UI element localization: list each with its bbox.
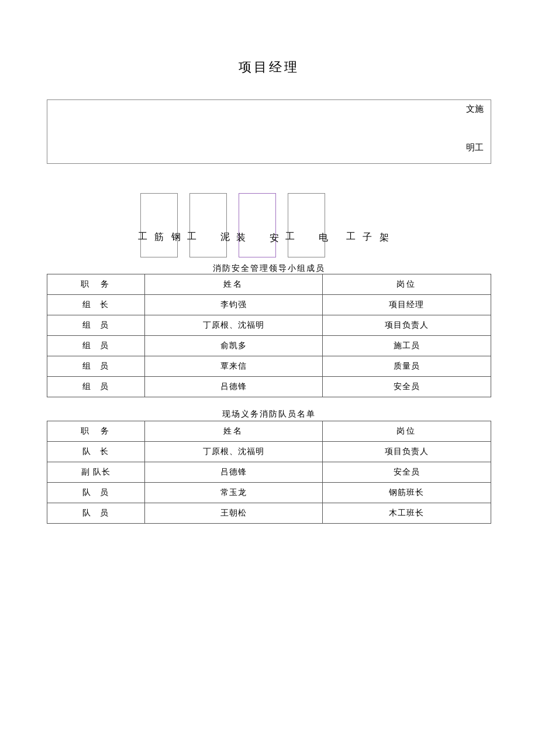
duty-row2-name: 吕德锋 [144,462,322,483]
fire-row2-name: 丁原根、沈福明 [144,315,322,336]
fire-row4-zhiwu: 组 员 [47,356,145,377]
fire-header-xingming: 姓名 [144,274,322,295]
fire-row1-name: 李钧强 [144,295,322,315]
worker-boxes-row: 钢筋工 泥工 安装 电工 架子工 [47,193,491,257]
fire-header-zhiwu: 职 务 [47,274,145,295]
worker-box-electric: 电工 [288,193,325,257]
duty-table: 职 务 姓名 岗位 队 长 丁原根、沈福明 项目负责人 副 队长 吕德锋 安全员… [47,421,491,524]
duty-section-title: 现场义务消防队员名单 [47,409,491,420]
fire-row1-zhiwu: 组 长 [47,295,145,315]
worker-box-install: 安装 [239,193,276,257]
fire-row3-zhiwu: 组 员 [47,336,145,356]
fire-row5-zhiwu: 组 员 [47,377,145,397]
fire-table-row: 组 员 俞凯多 施工员 [47,336,491,356]
fire-row3-gangwei: 施工员 [322,336,491,356]
duty-header-xingming: 姓名 [144,421,322,442]
fire-row5-name: 吕德锋 [144,377,322,397]
duty-row3-name: 常玉龙 [144,483,322,503]
duty-header-gangwei: 岗位 [322,421,491,442]
fire-row1-gangwei: 项目经理 [322,295,491,315]
fire-table-header-row: 职 务 姓名 岗位 [47,274,491,295]
worker-box-steel: 钢筋工 [140,193,178,257]
fire-row2-gangwei: 项目负责人 [322,315,491,336]
duty-table-row: 副 队长 吕德锋 安全员 [47,462,491,483]
duty-row2-gangwei: 安全员 [322,462,491,483]
fire-row5-gangwei: 安全员 [322,377,491,397]
fire-row4-gangwei: 质量员 [322,356,491,377]
duty-row3-zhiwu: 队 员 [47,483,145,503]
fire-row3-name: 俞凯多 [144,336,322,356]
fire-table-row: 组 长 李钧强 项目经理 [47,295,491,315]
fire-table-row: 组 员 丁原根、沈福明 项目负责人 [47,315,491,336]
duty-table-row: 队 长 丁原根、沈福明 项目负责人 [47,442,491,462]
worker-box-scaffold: 架子工 [349,193,386,257]
fire-header-gangwei: 岗位 [322,274,491,295]
duty-table-header-row: 职 务 姓名 岗位 [47,421,491,442]
fire-table: 职 务 姓名 岗位 组 长 李钧强 项目经理 组 员 丁原根、沈福明 项目负责人… [47,274,491,397]
duty-header-zhiwu: 职 务 [47,421,145,442]
fire-section-title: 消防安全管理领导小组成员 [47,263,491,274]
fire-row4-name: 覃来信 [144,356,322,377]
page-title: 项目经理 [47,59,491,76]
duty-row1-gangwei: 项目负责人 [322,442,491,462]
duty-table-row: 队 员 常玉龙 钢筋班长 [47,483,491,503]
duty-row1-name: 丁原根、沈福明 [144,442,322,462]
duty-row1-zhiwu: 队 长 [47,442,145,462]
top-box-text: 文施 明工 [466,99,484,157]
worker-box-mud: 泥工 [189,193,227,257]
duty-row2-zhiwu: 副 队长 [47,462,145,483]
duty-row4-zhiwu: 队 员 [47,503,145,524]
duty-row4-name: 王朝松 [144,503,322,524]
duty-row4-gangwei: 木工班长 [322,503,491,524]
top-box: 文施 明工 [47,99,491,164]
duty-row3-gangwei: 钢筋班长 [322,483,491,503]
fire-table-row: 组 员 覃来信 质量员 [47,356,491,377]
fire-row2-zhiwu: 组 员 [47,315,145,336]
duty-table-row: 队 员 王朝松 木工班长 [47,503,491,524]
fire-table-row: 组 员 吕德锋 安全员 [47,377,491,397]
